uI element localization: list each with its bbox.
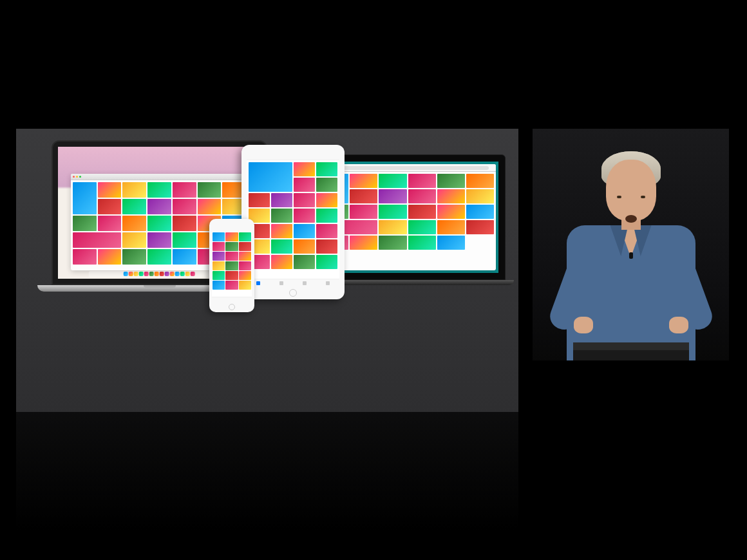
slide-reflection [16, 412, 518, 560]
tab-icon [326, 281, 330, 285]
home-button-icon [229, 304, 235, 310]
device-ipad [241, 145, 345, 299]
icloud-web-window [319, 164, 496, 270]
presenter-video-inset [533, 129, 729, 360]
tab-icon [303, 281, 307, 285]
device-iphone [209, 219, 254, 312]
photo-thumbnail-grid [247, 160, 339, 271]
home-button-icon [289, 289, 297, 297]
lavalier-mic-icon [629, 252, 633, 259]
ios-tab-bar [212, 297, 252, 302]
presenter-figure [557, 148, 705, 360]
photo-thumbnail-grid [212, 232, 252, 290]
tab-icon [279, 281, 283, 285]
ios-tab-bar [247, 279, 339, 286]
tab-icon [256, 281, 260, 285]
photo-thumbnail-grid [319, 172, 496, 252]
window-toolbar [71, 174, 248, 180]
browser-toolbar [319, 164, 496, 172]
ios-status-bar [247, 154, 339, 160]
presentation-slide [16, 129, 518, 412]
